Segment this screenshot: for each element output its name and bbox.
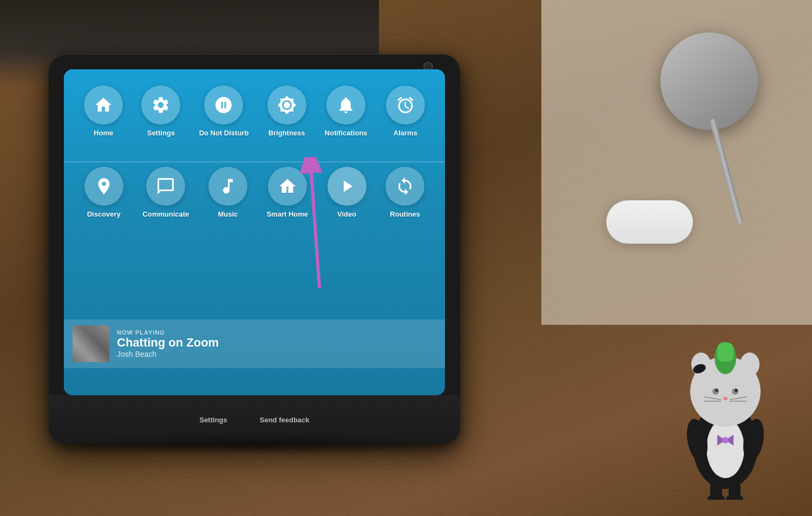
smart-home-label: Smart Home: [266, 210, 308, 218]
settings-bottom-button[interactable]: Settings: [199, 416, 227, 424]
settings-icon: [151, 95, 171, 115]
notifications-label: Notifications: [325, 129, 368, 137]
alarms-icon-item[interactable]: Alarms: [386, 86, 425, 137]
brightness-icon: [277, 95, 297, 115]
discovery-icon: [94, 177, 114, 196]
send-feedback-button[interactable]: Send feedback: [260, 416, 310, 424]
video-icon-item[interactable]: Video: [328, 167, 366, 218]
notifications-icon-circle: [326, 86, 365, 125]
brightness-label: Brightness: [269, 129, 305, 137]
discovery-icon-item[interactable]: Discovery: [84, 167, 123, 218]
echo-screen: Home Settings Do: [64, 69, 445, 395]
album-art-image: [73, 325, 109, 362]
music-label: Music: [218, 210, 238, 218]
communicate-icon-circle: [146, 167, 185, 206]
video-icon: [337, 177, 357, 196]
bottom-icons-row: Discovery Communicate: [64, 167, 445, 218]
svg-point-11: [740, 352, 759, 376]
now-playing-label: NOW PLAYING: [117, 329, 436, 336]
settings-icon-item[interactable]: Settings: [141, 86, 180, 137]
discovery-label: Discovery: [87, 210, 121, 218]
svg-point-26: [708, 494, 725, 500]
notifications-icon-item[interactable]: Notifications: [325, 86, 368, 137]
communicate-label: Communicate: [142, 210, 189, 218]
video-icon-circle: [328, 167, 366, 206]
home-icon-item[interactable]: Home: [84, 86, 123, 137]
now-playing-artist: Josh Beach: [117, 350, 436, 358]
smart-home-icon: [278, 177, 297, 196]
smart-home-icon-circle: [268, 167, 307, 206]
brightness-icon-item[interactable]: Brightness: [267, 86, 306, 137]
home-icon: [94, 95, 113, 115]
white-router-device: [606, 200, 693, 244]
discovery-icon-circle: [84, 167, 123, 206]
home-icon-circle: [84, 86, 123, 125]
lamp-disc: [660, 32, 758, 130]
smart-home-icon-item[interactable]: Smart Home: [266, 167, 308, 218]
now-playing-title: Chatting on Zoom: [117, 336, 436, 350]
routines-label: Routines: [390, 210, 420, 218]
now-playing-info: NOW PLAYING Chatting on Zoom Josh Beach: [117, 329, 436, 358]
svg-point-17: [715, 389, 718, 392]
screen-divider: [64, 161, 445, 162]
svg-point-19: [723, 397, 728, 400]
communicate-icon-item[interactable]: Communicate: [142, 167, 189, 218]
stand-text: Settings Send feedback: [199, 416, 309, 424]
routines-icon-circle: [385, 167, 424, 206]
routines-icon: [395, 177, 415, 196]
communicate-icon: [156, 177, 175, 196]
alarms-label: Alarms: [394, 129, 417, 137]
alarms-icon-circle: [386, 86, 425, 125]
svg-point-18: [735, 389, 738, 392]
svg-point-3: [706, 419, 744, 478]
svg-rect-13: [717, 343, 734, 362]
video-label: Video: [337, 210, 356, 218]
now-playing-bar[interactable]: NOW PLAYING Chatting on Zoom Josh Beach: [64, 319, 445, 368]
music-icon-circle: [208, 167, 247, 206]
settings-label: Settings: [147, 129, 175, 137]
dnd-icon-circle: [204, 86, 243, 125]
notifications-icon: [336, 95, 356, 115]
do-not-disturb-icon: [214, 95, 233, 115]
device-shadow: [60, 433, 449, 455]
routines-icon-item[interactable]: Routines: [385, 167, 424, 218]
svg-point-6: [722, 437, 729, 443]
dnd-icon-item[interactable]: Do Not Disturb: [199, 86, 249, 137]
music-icon: [218, 177, 238, 196]
hello-kitty-figure: [671, 310, 780, 500]
svg-point-27: [726, 494, 743, 500]
music-icon-item[interactable]: Music: [208, 167, 247, 218]
home-label: Home: [94, 129, 113, 137]
echo-show-device: Home Settings Do: [49, 54, 460, 444]
top-icons-row: Home Settings Do: [64, 86, 445, 137]
settings-icon-circle: [141, 86, 180, 125]
brightness-icon-circle: [267, 86, 306, 125]
alarms-icon: [396, 95, 415, 115]
dnd-label: Do Not Disturb: [199, 129, 249, 137]
album-art: [73, 325, 109, 362]
device-frame: Home Settings Do: [49, 54, 460, 444]
